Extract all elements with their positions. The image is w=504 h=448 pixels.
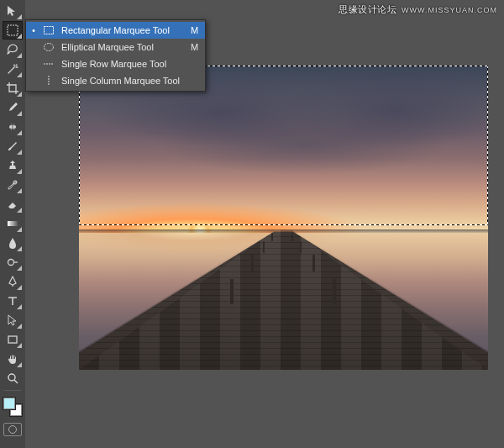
dodge-tool[interactable] [3,253,23,271]
lasso-tool[interactable] [3,40,23,59]
ellipse-marquee-icon [43,41,55,53]
row-marquee-icon [43,58,55,70]
watermark: 思缘设计论坛 WWW.MISSYUAN.COM [339,3,497,16]
hand-tool[interactable] [3,350,23,368]
flyout-item-single-row-marquee[interactable]: Single Row Marquee Tool [26,55,205,72]
watermark-main: 思缘设计论坛 [339,3,396,16]
rect-marquee-icon [43,24,55,36]
tools-panel [0,0,25,448]
path-select-tool[interactable] [3,311,23,329]
svg-rect-5 [8,336,17,343]
history-brush-tool[interactable] [3,176,23,194]
brush-tool[interactable] [3,137,23,155]
spot-heal-tool[interactable] [3,118,23,136]
crop-tool[interactable] [3,79,23,98]
flyout-item-shortcut: M [191,42,198,52]
svg-point-6 [8,374,15,381]
flyout-item-label: Rectangular Marquee Tool [61,25,172,35]
pen-tool[interactable] [3,272,23,291]
magic-wand-tool[interactable] [3,60,23,78]
marquee-tool[interactable] [3,21,23,40]
svg-rect-7 [45,27,54,34]
flyout-item-rectangular-marquee[interactable]: • Rectangular Marquee Tool M [26,22,205,39]
watermark-sub: WWW.MISSYUAN.COM [402,6,497,14]
move-tool[interactable] [3,2,23,20]
eraser-tool[interactable] [3,195,23,213]
foreground-color-swatch[interactable] [3,397,16,410]
image-dock [79,229,488,370]
selected-bullet-icon: • [31,26,36,35]
toolbar-divider [4,390,21,391]
zoom-tool[interactable] [3,369,23,387]
clone-stamp-tool[interactable] [3,156,23,175]
document-canvas[interactable] [79,66,488,370]
marquee-tool-flyout: • Rectangular Marquee Tool M Elliptical … [25,19,206,92]
shape-tool[interactable] [3,330,23,349]
blur-tool[interactable] [3,234,23,252]
flyout-item-elliptical-marquee[interactable]: Elliptical Marquee Tool M [26,39,205,55]
gradient-tool[interactable] [3,214,23,233]
flyout-item-label: Single Column Marquee Tool [61,76,180,86]
svg-point-4 [8,260,14,266]
eyedropper-tool[interactable] [3,98,23,117]
col-marquee-icon [43,75,55,87]
flyout-item-label: Elliptical Marquee Tool [61,42,172,52]
quick-mask-toggle[interactable] [3,423,22,436]
type-tool[interactable] [3,292,23,310]
color-swatches[interactable] [3,397,23,417]
flyout-item-single-column-marquee[interactable]: Single Column Marquee Tool [26,72,205,89]
svg-rect-3 [8,221,18,226]
svg-point-8 [45,44,54,51]
flyout-item-shortcut: M [191,25,198,35]
flyout-item-label: Single Row Marquee Tool [61,59,180,69]
